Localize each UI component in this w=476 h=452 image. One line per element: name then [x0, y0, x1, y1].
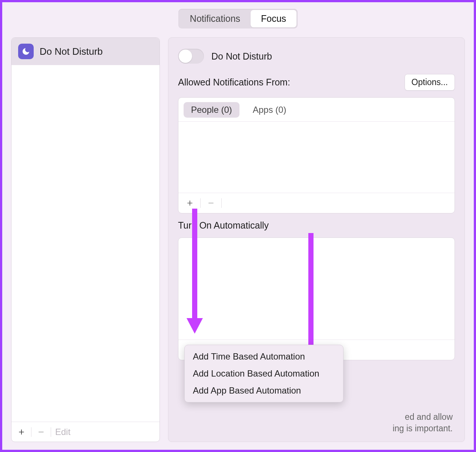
popup-add-app[interactable]: Add App Based Automation — [187, 382, 341, 399]
allowed-title: Allowed Notifications From: — [178, 77, 290, 88]
dnd-label: Do Not Disturb — [211, 51, 272, 62]
automation-popup: Add Time Based Automation Add Location B… — [184, 345, 343, 402]
sidebar-item-do-not-disturb[interactable]: Do Not Disturb — [11, 38, 160, 65]
tab-people[interactable]: People (0) — [184, 102, 239, 118]
options-button[interactable]: Options... — [405, 74, 455, 91]
footer-hint-line2: ing is important. — [393, 424, 453, 433]
divider — [200, 198, 201, 208]
add-focus-button[interactable] — [15, 426, 28, 438]
edit-button[interactable]: Edit — [55, 427, 70, 437]
annotation-arrow-right — [300, 233, 322, 362]
remove-allowed-button[interactable] — [205, 197, 217, 209]
divider — [221, 198, 222, 208]
dnd-toggle-row: Do Not Disturb — [178, 47, 455, 67]
tab-bar: Notifications Focus — [2, 2, 474, 32]
sidebar-item-label: Do Not Disturb — [40, 46, 103, 57]
svg-marker-1 — [187, 318, 203, 334]
sidebar-empty — [11, 65, 160, 422]
tab-apps[interactable]: Apps (0) — [245, 102, 294, 118]
sidebar-footer: Edit — [11, 422, 160, 442]
tab-focus[interactable]: Focus — [251, 10, 296, 27]
allowed-footer — [178, 193, 455, 213]
popup-add-time[interactable]: Add Time Based Automation — [187, 348, 341, 365]
footer-hint-line1: ed and allow — [405, 412, 453, 422]
allowed-tabs: People (0) Apps (0) — [178, 98, 455, 122]
allowed-header: Allowed Notifications From: Options... — [178, 74, 455, 91]
tab-notifications[interactable]: Notifications — [180, 10, 251, 27]
dnd-toggle[interactable] — [178, 49, 204, 64]
popup-add-location[interactable]: Add Location Based Automation — [187, 365, 341, 382]
toggle-knob — [179, 50, 192, 63]
remove-focus-button[interactable] — [35, 426, 47, 438]
allowed-panel: People (0) Apps (0) — [178, 97, 455, 213]
annotation-arrow-left — [184, 209, 206, 334]
divider — [31, 427, 31, 437]
auto-header: Turn On Automatically — [178, 220, 455, 231]
allowed-body — [178, 122, 455, 193]
plus-icon — [186, 199, 194, 207]
focus-sidebar: Do Not Disturb Edit — [11, 37, 160, 442]
minus-icon — [37, 428, 45, 436]
moon-icon — [18, 44, 34, 59]
plus-icon — [18, 428, 25, 436]
footer-hint: ed and allow ing is important. — [393, 411, 453, 434]
add-allowed-button[interactable] — [184, 197, 196, 209]
tab-segment: Notifications Focus — [178, 9, 298, 28]
divider — [51, 427, 51, 437]
minus-icon — [207, 199, 215, 207]
